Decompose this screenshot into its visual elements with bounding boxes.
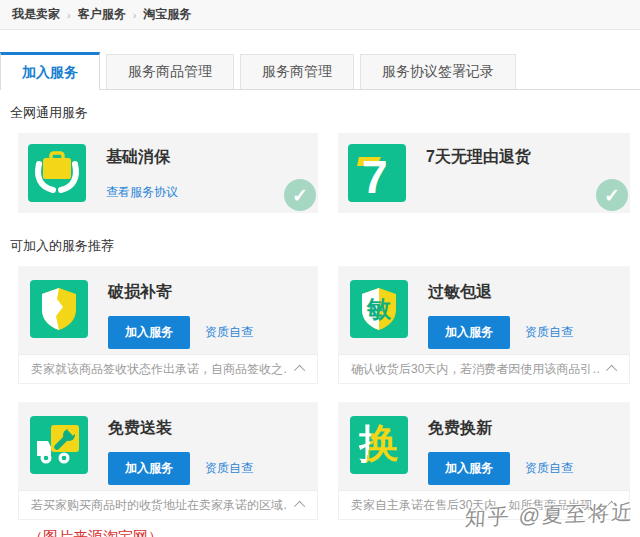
qualification-self-check-link[interactable]: 资质自查: [205, 324, 253, 341]
image-source-note: （图片来源淘宝网）: [28, 528, 640, 537]
joined-check-icon: ✓: [596, 179, 628, 211]
card-7day-no-reason-return: 7 7天无理由退货 ✓: [338, 133, 630, 213]
tab-bar: 加入服务 服务商品管理 服务商管理 服务协议签署记录: [0, 52, 640, 90]
tab-service-item-management[interactable]: 服务商品管理: [106, 54, 234, 89]
qualification-self-check-link[interactable]: 资质自查: [525, 324, 573, 341]
delivery-truck-icon: [30, 416, 88, 474]
svg-text:7: 7: [362, 151, 388, 202]
view-agreement-link[interactable]: 查看服务协议: [106, 184, 178, 201]
card-allergy-refund: 敏 过敏包退 加入服务 资质自查 确认收货后30天内，若消费者因使用该商品引…: [338, 266, 630, 384]
breadcrumb: 我是卖家 › 客户服务 › 淘宝服务: [0, 0, 640, 30]
qualification-self-check-link[interactable]: 资质自查: [525, 460, 573, 477]
card-title: 免费换新: [428, 418, 573, 439]
breadcrumb-item-customer-service[interactable]: 客户服务: [78, 6, 126, 23]
recommended-services-row-1: 破损补寄 加入服务 资质自查 卖家就该商品签收状态作出承诺，自商品签收之… 敏: [18, 266, 640, 384]
join-service-button[interactable]: 加入服务: [428, 316, 510, 349]
tab-service-provider-management[interactable]: 服务商管理: [240, 54, 354, 89]
tab-agreement-signing-records[interactable]: 服务协议签署记录: [360, 54, 516, 89]
allergy-shield-icon: 敏: [350, 280, 408, 338]
service-terms-summary: 若买家购买商品时的收货地址在卖家承诺的区域…: [31, 497, 287, 514]
min-glyph: 敏: [367, 297, 391, 321]
breadcrumb-item-taobao-service[interactable]: 淘宝服务: [143, 6, 191, 23]
tab-join-service[interactable]: 加入服务: [0, 52, 100, 90]
join-service-button[interactable]: 加入服务: [108, 316, 190, 349]
breadcrumb-separator: ›: [67, 9, 71, 21]
card-title: 基础消保: [106, 147, 178, 168]
exchange-icon: 换: [350, 416, 408, 474]
service-terms-summary: 卖家就该商品签收状态作出承诺，自商品签收之…: [31, 361, 287, 378]
card-damage-reshipment: 破损补寄 加入服务 资质自查 卖家就该商品签收状态作出承诺，自商品签收之…: [18, 266, 318, 384]
huan-glyph: 换: [359, 423, 399, 463]
qualification-self-check-link[interactable]: 资质自查: [205, 460, 253, 477]
section-title-universal-services: 全网通用服务: [10, 104, 640, 122]
universal-services-row: 基础消保 查看服务协议 ✓ 7 7天无理由退货 ✓: [18, 133, 640, 213]
card-free-delivery-installation: 免费送装 加入服务 资质自查 若买家购买商品时的收货地址在卖家承诺的区域…: [18, 402, 318, 520]
join-service-button[interactable]: 加入服务: [108, 452, 190, 485]
join-service-button[interactable]: 加入服务: [428, 452, 510, 485]
breadcrumb-separator: ›: [133, 9, 137, 21]
card-title: 7天无理由退货: [426, 147, 531, 168]
card-title: 过敏包退: [428, 282, 573, 303]
card-basic-consumer-protection: 基础消保 查看服务协议 ✓: [18, 133, 318, 213]
service-terms-summary: 确认收货后30天内，若消费者因使用该商品引…: [351, 361, 599, 378]
card-title: 破损补寄: [108, 282, 253, 303]
joined-check-icon: ✓: [284, 179, 316, 211]
chevron-up-icon[interactable]: [294, 365, 305, 376]
seven-day-icon: 7: [348, 144, 406, 202]
chevron-up-icon[interactable]: [294, 501, 305, 512]
card-free-replacement: 换 免费换新 加入服务 资质自查 卖家自主承诺在售后30天内，如所售商品出现…: [338, 402, 630, 520]
service-terms-summary: 卖家自主承诺在售后30天内，如所售商品出现…: [351, 497, 599, 514]
section-title-recommended-services: 可加入的服务推荐: [10, 237, 640, 255]
breadcrumb-item-seller[interactable]: 我是卖家: [12, 6, 60, 23]
chevron-up-icon[interactable]: [606, 501, 617, 512]
card-title: 免费送装: [108, 418, 253, 439]
recommended-services-row-2: 免费送装 加入服务 资质自查 若买家购买商品时的收货地址在卖家承诺的区域… 换 …: [18, 402, 640, 520]
briefcase-hands-icon: [28, 144, 86, 202]
chevron-up-icon[interactable]: [606, 365, 617, 376]
cracked-shield-icon: [30, 280, 88, 338]
